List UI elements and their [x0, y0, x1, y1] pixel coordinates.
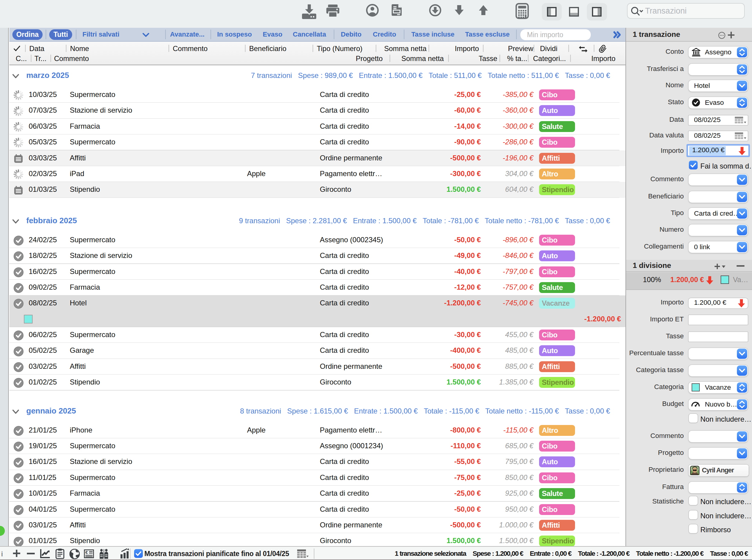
svg-text:€: € [85, 550, 88, 555]
